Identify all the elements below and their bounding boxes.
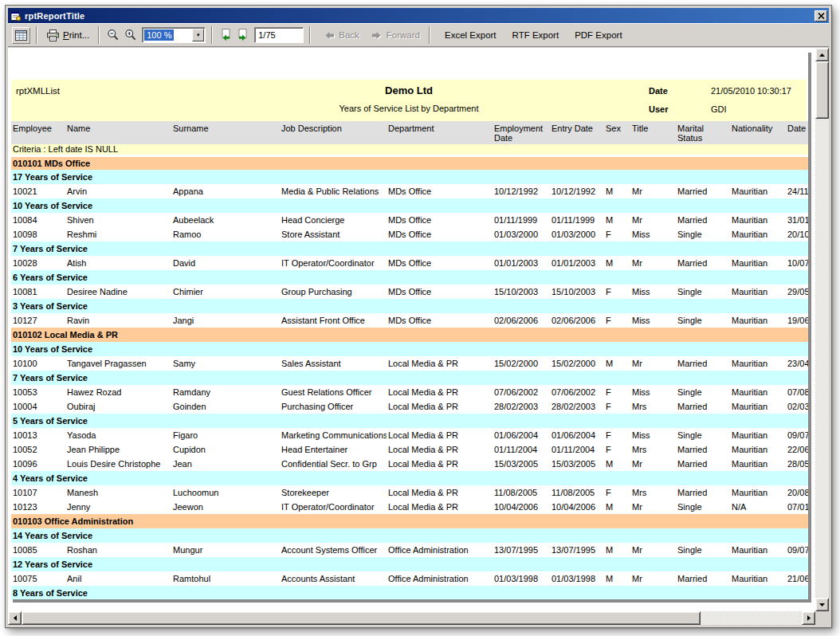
table-cell: Jean (171, 457, 280, 471)
subgroup-row: 17 Years of Service (11, 170, 808, 184)
table-cell: 10098 (11, 227, 65, 241)
table-cell: Aubeelack (171, 213, 280, 227)
group-label: 010103 Office Administration (11, 514, 808, 528)
table-cell: Ramoo (171, 227, 280, 241)
table-cell: M (604, 571, 630, 586)
scroll-down-button[interactable] (815, 598, 829, 611)
rtf-export-button[interactable]: RTF Export (507, 29, 565, 41)
table-cell: 01/03/2000 (550, 227, 604, 241)
table-cell: 01/11/1999 (550, 213, 604, 227)
page-number-input[interactable] (254, 27, 304, 43)
table-cell: Shiven (65, 213, 171, 227)
table-cell: Married (676, 485, 730, 500)
table-cell: Mr (630, 213, 676, 227)
table-cell: Figaro (171, 428, 280, 442)
toolbar-separator (98, 26, 100, 44)
table-cell: MDs Office (387, 285, 493, 299)
table-cell: 10123 (11, 500, 65, 514)
horizontal-scroll-track[interactable] (701, 611, 802, 625)
table-cell: Single (676, 543, 730, 557)
group-tree-button[interactable] (12, 27, 30, 44)
table-cell: 07/01 (786, 500, 808, 514)
column-header: Employment Date (493, 121, 550, 144)
pdf-export-button[interactable]: PDF Export (569, 29, 627, 41)
table-cell: Guest Relations Officer (280, 385, 387, 399)
table-cell: Local Media & PR (387, 428, 493, 442)
column-header: Department (387, 121, 493, 144)
scroll-left-button[interactable] (8, 611, 22, 625)
prev-page-button[interactable] (218, 27, 234, 43)
vertical-scroll-thumb[interactable] (815, 61, 829, 119)
report-viewer-window: rptReportTitle Print... (5, 5, 832, 628)
table-cell: 01/01/2003 (493, 256, 550, 270)
table-cell: Louis Desire Christophe (65, 457, 171, 471)
table-cell: 10/04/2006 (550, 500, 604, 514)
subgroup-label: 12 Years of Service (11, 557, 808, 571)
user-label: User (649, 104, 668, 114)
date-value: 21/05/2010 10:30:17 (711, 86, 791, 96)
zoom-in-icon (124, 29, 137, 41)
table-cell: 22/06 (786, 442, 808, 457)
table-cell: Mr (630, 543, 676, 557)
table-cell: 10107 (11, 485, 65, 500)
table-cell: 10/04/2006 (493, 500, 550, 514)
back-button[interactable]: Back (320, 28, 363, 43)
table-cell: Roshan (65, 543, 171, 557)
table-cell: Single (676, 285, 730, 299)
table-cell: Appana (171, 184, 280, 198)
left-arrow-icon (14, 615, 17, 621)
table-cell: 13/07/1995 (493, 543, 550, 557)
close-button[interactable] (814, 10, 827, 22)
table-cell: Media & Public Relations (280, 184, 387, 198)
table-cell: Ramtohul (171, 571, 280, 586)
toolbar-separator (36, 26, 37, 44)
table-cell: Local Media & PR (387, 457, 493, 471)
table-cell: 10081 (11, 285, 65, 299)
table-cell: 01/03/1998 (493, 571, 550, 586)
back-label: Back (339, 30, 359, 40)
table-cell: Miss (630, 313, 676, 328)
titlebar[interactable]: rptReportTitle (8, 8, 829, 23)
excel-export-button[interactable]: Excel Export (439, 29, 502, 41)
table-cell: Yasoda (65, 428, 171, 442)
table-cell: Miss (630, 227, 676, 241)
table-row: 10098ReshmiRamooStore AssistantMDs Offic… (11, 227, 808, 241)
zoom-in-button[interactable] (123, 27, 139, 43)
table-cell: Anil (65, 571, 171, 586)
table-cell: Atish (65, 256, 171, 270)
window-title: rptReportTitle (25, 11, 811, 21)
print-label: Print... (63, 30, 89, 40)
table-cell: M (604, 213, 630, 227)
horizontal-scrollbar[interactable] (8, 611, 815, 625)
forward-button[interactable]: Forward (367, 28, 423, 43)
table-row: 10100Tangavel PragassenSamySales Assista… (11, 356, 808, 371)
vertical-scrollbar[interactable] (815, 48, 829, 611)
window-icon (10, 10, 22, 22)
subgroup-label: 10 Years of Service (11, 198, 808, 213)
scroll-right-button[interactable] (802, 611, 815, 625)
horizontal-scroll-thumb[interactable] (22, 611, 701, 625)
table-cell: Mr (630, 457, 676, 471)
table-cell: Arvin (65, 184, 171, 198)
table-cell: Single (676, 500, 730, 514)
table-cell: 15/10/2003 (493, 285, 550, 299)
table-cell: 10/07 (786, 256, 808, 270)
zoom-dropdown-button[interactable]: ▼ (192, 29, 204, 41)
print-button[interactable]: Print... (43, 28, 92, 43)
table-cell: Mrs (630, 485, 676, 500)
zoom-combobox[interactable]: 100 % ▼ (142, 27, 206, 43)
table-cell: Mr (630, 256, 676, 270)
table-cell: Local Media & PR (387, 500, 493, 514)
table-cell: Mauritian (730, 313, 786, 328)
next-page-button[interactable] (235, 27, 250, 43)
table-cell: Single (676, 385, 730, 399)
scroll-up-button[interactable] (815, 48, 829, 61)
table-cell: Manesh (65, 485, 171, 500)
table-cell: 02/06/2006 (493, 313, 550, 328)
subgroup-row: 6 Years of Service (11, 270, 808, 285)
zoom-out-button[interactable] (105, 27, 121, 43)
group-row: 010103 Office Administration (11, 514, 808, 528)
column-header: Employee (11, 121, 65, 144)
group-row: 010102 Local Media & PR (11, 328, 808, 342)
toolbar-separator (429, 26, 430, 44)
